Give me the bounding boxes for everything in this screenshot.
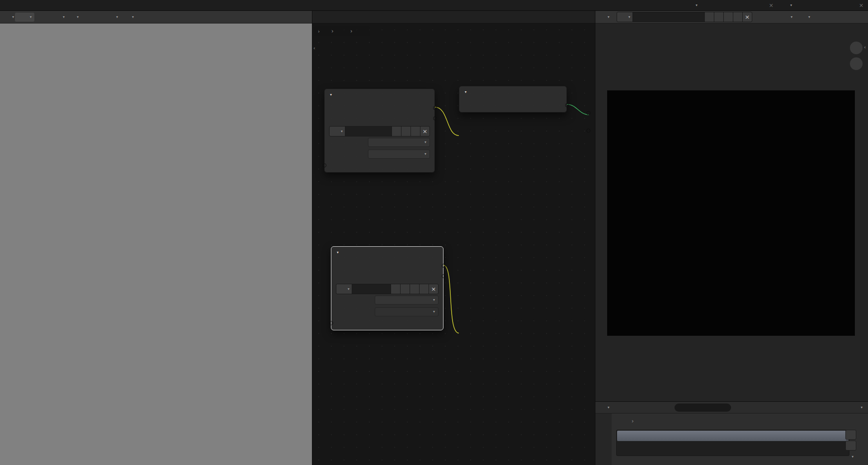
falloff-dropdown[interactable]: ▾ [108,13,118,22]
image-texture-node-emission[interactable]: ▾ ▾ × [331,246,443,330]
node-header[interactable]: ▾ [331,247,443,258]
properties-search[interactable] [675,404,731,412]
gizmo-icon [136,14,143,21]
image-canvas[interactable]: ‹ [595,23,868,401]
socket-bsdf-output[interactable] [565,103,569,107]
snap-dropdown[interactable]: ▾ [68,13,79,22]
vector-input-row [331,318,443,328]
gizmo-toggle[interactable] [778,13,788,22]
shield-icon [401,286,409,293]
editor-3d-icon [4,14,11,21]
image-browse-button[interactable]: ▾ [617,12,633,22]
users-count-badge[interactable] [704,12,714,22]
breadcrumb-separator: › [632,418,634,424]
socket-vector-input[interactable] [329,321,333,325]
zoom-icon [853,44,860,52]
new-image-button[interactable] [410,284,420,294]
close-icon[interactable]: × [859,2,863,9]
image-name-field[interactable] [632,12,705,22]
fake-user-button[interactable] [714,12,724,22]
collapse-icon[interactable]: ▾ [465,90,467,94]
socket-color-output[interactable] [442,263,446,268]
breadcrumb-separator: › [350,28,353,34]
mode-dropdown[interactable]: ▾ [15,13,34,22]
viewlayer-selector: ▾ × [780,2,863,9]
shader-editor: › › › ▾ ▾ [312,11,595,465]
color-space-dropdown[interactable]: ▾ [368,138,430,147]
principled-bsdf-node[interactable]: ▾ [459,86,567,113]
region-toggle-icon[interactable]: › [318,28,320,34]
socket-vector-input[interactable] [322,163,326,167]
alpha-mode-dropdown[interactable]: ▾ [375,307,439,316]
users-count-badge[interactable] [391,284,401,294]
proportional-edit-toggle[interactable] [97,13,107,22]
zoom-button[interactable] [850,42,863,54]
image-editor-header: ▾ ▾ × ▾ ▾ [595,11,868,23]
remove-slot-button[interactable] [845,441,856,451]
unlink-image-button[interactable]: × [429,284,439,294]
pack-image-button[interactable] [410,126,420,136]
chevron-down-icon[interactable]: ▾ [861,406,863,409]
pan-button[interactable] [850,57,863,70]
editor-type-button[interactable]: ▾ [599,403,609,412]
image-browse-button[interactable]: ▾ [329,126,345,136]
socket-alpha-output[interactable] [433,116,437,120]
unlink-image-button[interactable]: × [420,126,430,136]
orientation-dropdown[interactable]: ▾ [48,13,67,22]
image-texture-node-color[interactable]: ▾ ▾ × ▾ [324,89,435,173]
add-workspace-button[interactable] [29,4,36,7]
viewlayer-icon[interactable] [780,2,787,9]
gizmo-toggle[interactable] [135,13,145,22]
collapse-icon[interactable]: ▾ [330,93,332,97]
snap-toggle[interactable] [80,13,90,22]
socket-surface-input[interactable] [586,111,590,115]
unlink-image-button[interactable]: × [742,12,752,22]
overlays-toggle[interactable] [796,13,806,22]
visibility-dropdown[interactable]: ▾ [123,13,134,22]
magnet-icon [81,14,88,21]
socket-alpha-output[interactable] [442,274,446,278]
chevron-down-icon[interactable]: ▾ [808,15,810,19]
viewport-canvas[interactable] [0,23,312,465]
close-icon[interactable]: × [769,2,774,9]
image-browse-button[interactable]: ▾ [336,284,352,294]
new-scene-icon[interactable] [760,2,767,9]
socket-displacement-input[interactable] [586,129,590,133]
image-name-field[interactable] [345,126,392,136]
new-image-button[interactable] [723,12,733,22]
color-space-dropdown[interactable]: ▾ [375,296,439,305]
pack-image-button[interactable] [733,12,743,22]
tab-output-icon[interactable] [600,447,607,454]
scene-icon[interactable] [685,2,693,9]
collapse-icon[interactable]: ▾ [337,251,339,254]
add-slot-button[interactable] [845,430,856,440]
pin-icon[interactable] [751,2,758,9]
alpha-mode-dropdown[interactable]: ▾ [368,150,430,159]
node-header[interactable]: ▾ [459,86,566,98]
editor-type-button[interactable]: ▾ [4,13,14,22]
alpha-mode-row: ▾ [325,148,434,160]
node-header[interactable]: ▾ [325,89,434,101]
image-datablock-row: ▾ × [617,12,752,22]
pin-icon[interactable] [856,418,863,425]
blender-logo-icon[interactable] [4,2,11,9]
slot-specials-icon[interactable]: ▾ [852,455,854,459]
fake-user-button[interactable] [400,284,410,294]
pin-button[interactable] [757,13,767,22]
region-toggle-icon[interactable]: ‹ [864,44,866,50]
snap-target-icon [68,14,75,21]
material-slot-row[interactable] [617,431,849,441]
tab-render-icon[interactable] [600,433,607,441]
copy-icon [402,128,410,135]
new-image-button[interactable] [401,126,411,136]
editor-type-button[interactable]: ▾ [599,13,609,22]
socket-color-output[interactable] [433,106,437,110]
fake-user-button[interactable] [392,126,401,136]
color-space-row: ▾ [331,294,443,306]
new-viewlayer-icon[interactable] [850,2,857,9]
pack-image-button[interactable] [419,284,429,294]
region-toggle-icon[interactable]: ‹ [313,45,315,51]
image-name-field[interactable] [352,284,391,294]
tab-tool-icon[interactable] [600,420,607,427]
chevron-down-icon[interactable]: ▾ [791,15,793,19]
